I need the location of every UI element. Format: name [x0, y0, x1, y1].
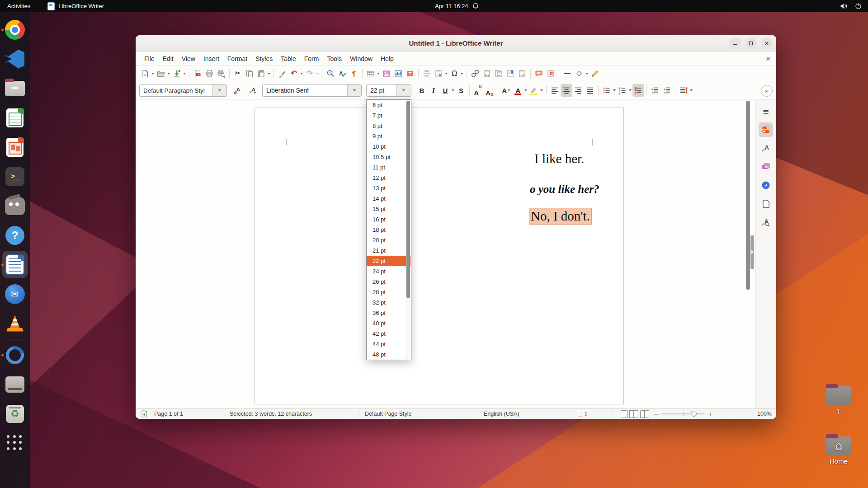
insert-endnote-button[interactable]	[493, 67, 505, 80]
sidebar-settings-icon[interactable]: ≡	[759, 104, 773, 118]
title-bar[interactable]: Untitled 1 - LibreOffice Writer	[136, 35, 776, 52]
insert-comment-button[interactable]	[533, 67, 545, 80]
book-view-icon[interactable]	[640, 410, 649, 418]
underline-button[interactable]: U	[439, 84, 451, 97]
clock-menu[interactable]: Apr 11 16:24	[435, 0, 479, 12]
dock-item-gimp[interactable]	[0, 191, 30, 221]
font-size-option[interactable]: 18 pt	[367, 225, 411, 235]
dock-item-app-grid[interactable]	[0, 428, 30, 458]
document-text-line3-selected[interactable]: No, I don't.	[529, 208, 592, 225]
menu-edit[interactable]: Edit	[159, 53, 178, 64]
minimize-button[interactable]	[729, 38, 741, 49]
font-color-dropdown-arrow[interactable]	[524, 89, 527, 91]
track-changes-button[interactable]	[545, 67, 557, 80]
new-document-button[interactable]	[139, 67, 151, 80]
align-left-button[interactable]	[549, 84, 561, 97]
highlight-dropdown-arrow[interactable]	[540, 89, 543, 91]
document-text-line2[interactable]: o you like her?	[530, 183, 599, 196]
font-name-dropdown-button[interactable]	[347, 84, 361, 96]
undo-button[interactable]: ↶	[288, 67, 300, 80]
dock-item-trash[interactable]: ♻	[0, 399, 30, 428]
line-spacing-dropdown-arrow[interactable]	[690, 89, 693, 91]
paragraph-style-dropdown-button[interactable]	[212, 84, 226, 96]
font-size-option[interactable]: 28 pt	[367, 287, 411, 297]
font-size-option[interactable]: 36 pt	[367, 308, 411, 318]
font-size-option[interactable]: 48 pt	[367, 349, 411, 360]
redo-dropdown-arrow[interactable]	[316, 73, 319, 75]
maximize-button[interactable]	[745, 38, 757, 49]
paragraph-style-value[interactable]: Default Paragraph Styl	[140, 84, 212, 96]
font-size-option[interactable]: 24 pt	[367, 266, 411, 277]
insert-field-button[interactable]	[433, 67, 444, 80]
menu-insert[interactable]: Insert	[199, 53, 223, 64]
insert-chart-button[interactable]	[392, 67, 404, 80]
undo-dropdown-arrow[interactable]	[300, 73, 303, 75]
align-right-button[interactable]	[572, 84, 584, 97]
menu-help[interactable]: Help	[377, 53, 398, 64]
sidebar-properties-icon[interactable]	[759, 122, 773, 137]
print-button[interactable]	[203, 67, 215, 80]
insert-mode-indicator[interactable]: I	[578, 409, 587, 419]
show-draw-functions-button[interactable]	[589, 67, 601, 80]
print-preview-button[interactable]	[215, 67, 227, 80]
unordered-list-button[interactable]	[601, 84, 613, 97]
dock-item-chrome[interactable]	[0, 15, 30, 44]
single-page-view-icon[interactable]	[621, 410, 627, 418]
zoom-level[interactable]: 100%	[757, 409, 772, 419]
unordered-list-dropdown-arrow[interactable]	[613, 89, 616, 91]
field-dropdown-arrow[interactable]	[445, 73, 448, 75]
menu-window[interactable]: Window	[346, 53, 377, 64]
dropdown-scrollbar-track[interactable]	[406, 100, 410, 359]
page-count[interactable]: Page 1 of 1	[154, 409, 183, 419]
document-text-line1[interactable]: I like her.	[534, 151, 584, 166]
font-size-option[interactable]: 32 pt	[367, 297, 411, 308]
subscript-button[interactable]: AB	[484, 84, 495, 97]
sidebar-collapse-handle[interactable]	[750, 235, 754, 269]
app-menu[interactable]: LibreOffice Writer	[47, 2, 104, 10]
toolbar-overflow-button[interactable]: »	[761, 85, 773, 97]
font-size-option[interactable]: 44 pt	[367, 339, 411, 349]
paste-dropdown-arrow[interactable]	[268, 73, 270, 75]
font-size-option[interactable]: 6 pt	[367, 100, 411, 110]
desktop-folder-1[interactable]: 1	[823, 386, 854, 415]
sidebar-style-inspector-icon[interactable]: A	[759, 215, 773, 230]
ordered-list-dropdown-arrow[interactable]	[629, 89, 632, 91]
horizontal-line-button[interactable]	[561, 67, 573, 80]
ordered-list-button[interactable]	[617, 84, 628, 97]
font-size-option[interactable]: 8 pt	[367, 121, 411, 131]
close-button[interactable]	[761, 38, 773, 49]
no-list-button[interactable]	[632, 84, 644, 97]
font-size-option[interactable]: 20 pt	[367, 235, 411, 245]
font-size-option[interactable]: 11 pt	[367, 162, 411, 173]
open-dropdown-arrow[interactable]	[167, 73, 170, 75]
open-button[interactable]	[155, 67, 167, 80]
clone-formatting-button[interactable]	[276, 67, 288, 80]
line-spacing-button[interactable]	[678, 84, 689, 97]
bold-button[interactable]: B	[416, 84, 428, 97]
dropdown-scrollbar-thumb[interactable]	[406, 101, 410, 298]
insert-table-button[interactable]	[365, 67, 377, 80]
justify-button[interactable]	[584, 84, 596, 97]
document-canvas[interactable]: I like her. o you like her? No, I don't.	[136, 99, 755, 409]
superscript-button[interactable]: AB	[472, 84, 484, 97]
font-size-value[interactable]: 22 pt	[367, 84, 396, 96]
dock-item-archive[interactable]	[0, 370, 30, 399]
font-size-option[interactable]: 42 pt	[367, 328, 411, 339]
shapes-dropdown-arrow[interactable]	[585, 73, 588, 75]
special-character-button[interactable]: Ω	[448, 67, 460, 80]
font-size-option[interactable]: 16 pt	[367, 214, 411, 225]
close-document-icon[interactable]: ✕	[765, 55, 771, 62]
special-character-dropdown-arrow[interactable]	[461, 73, 463, 75]
paragraph-style-combo[interactable]: Default Paragraph Styl	[139, 84, 227, 97]
insert-cross-reference-button[interactable]	[516, 67, 528, 80]
page-style[interactable]: Default Page Style	[365, 409, 412, 419]
cut-button[interactable]: ✂	[232, 67, 244, 80]
redo-button[interactable]: ↷	[304, 67, 316, 80]
menu-form[interactable]: Form	[300, 53, 323, 64]
font-size-option[interactable]: 10.5 pt	[367, 152, 411, 162]
system-status-area[interactable]	[840, 0, 862, 12]
dock-item-vlc[interactable]	[0, 309, 30, 338]
dock-item-impress[interactable]	[0, 132, 30, 162]
menu-styles[interactable]: Styles	[251, 53, 277, 64]
paste-button[interactable]	[255, 67, 267, 80]
